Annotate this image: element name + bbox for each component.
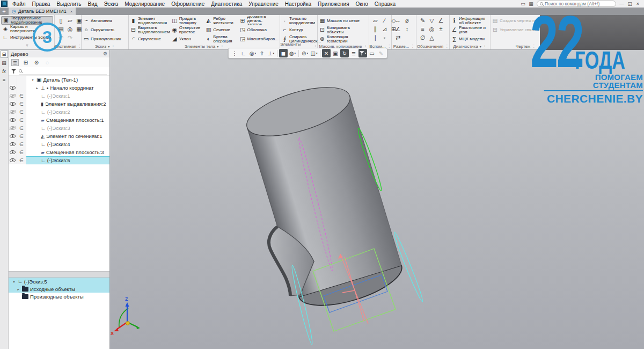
- group-expand-icon[interactable]: ⋮: [78, 44, 82, 48]
- distance-and-angle-button[interactable]: ∠Расстояние и угол: [451, 25, 489, 34]
- group-dropdown-icon[interactable]: ▾: [108, 45, 109, 48]
- tree-item[interactable]: ∈∟(-)Эскиз:2: [9, 108, 109, 116]
- shell-button[interactable]: ◳Оболочка: [239, 25, 279, 34]
- eye-icon[interactable]: [10, 86, 16, 90]
- variables-panel-icon[interactable]: fx: [1, 68, 8, 75]
- menu-item[interactable]: Правка: [29, 1, 54, 7]
- expander-icon[interactable]: ▾: [12, 280, 16, 283]
- layers-view-icon[interactable]: ≣: [349, 49, 358, 57]
- preview-icon[interactable]: ◎: [66, 25, 74, 33]
- toolbar-grip[interactable]: ⋮: [230, 49, 239, 57]
- menu-item[interactable]: Справка: [371, 1, 399, 7]
- geometry-collection-button[interactable]: ⊛Коллекция геометрии: [319, 34, 368, 43]
- datum-icon[interactable]: ▽: [428, 16, 436, 25]
- tree-structure-icon[interactable]: ≣: [11, 59, 19, 66]
- aux-angle-icon[interactable]: ⊿: [380, 25, 389, 33]
- group-dropdown-icon[interactable]: ▾: [217, 45, 218, 48]
- aux-segment-icon[interactable]: ∣: [371, 33, 379, 42]
- sketch-panel-header[interactable]: ▾∟(-)Эскиз:5: [9, 278, 109, 285]
- cylinder-body[interactable]: [241, 77, 407, 315]
- pencil-icon[interactable]: ✎: [377, 49, 385, 57]
- menu-item[interactable]: Файл: [9, 1, 29, 7]
- section-button[interactable]: ▥Сечение: [205, 25, 238, 34]
- menu-item[interactable]: Оформление: [168, 1, 208, 7]
- group-expand-icon[interactable]: ⋮: [445, 44, 449, 48]
- shaded-view-icon[interactable]: ◼: [279, 49, 288, 57]
- target-icon[interactable]: ◎: [428, 25, 436, 33]
- open-icon[interactable]: ▱: [66, 16, 74, 25]
- tab-close-icon[interactable]: ×: [70, 9, 73, 14]
- display-mode-icon[interactable]: ◍▾: [288, 49, 297, 57]
- expander-icon[interactable]: ▸: [35, 86, 39, 90]
- tree-item[interactable]: ∈∟(-)Эскиз:4: [9, 140, 109, 148]
- objects-row[interactable]: Производные объекты: [9, 293, 109, 300]
- coordinate-axes-icon[interactable]: ⊥▾: [267, 49, 275, 57]
- menu-item[interactable]: Моделирование: [121, 1, 168, 7]
- fillet-button[interactable]: ◜Скругление: [130, 34, 170, 43]
- sketch-mode-icon[interactable]: ∟: [239, 49, 248, 57]
- point-by-coordinates-button[interactable]: ∙Точка по координатам: [281, 16, 321, 25]
- gear-icon[interactable]: ⚙: [103, 51, 107, 56]
- tree-panel-icon[interactable]: ⊟: [1, 50, 8, 58]
- autoline-button[interactable]: ~Автолиния: [83, 16, 127, 25]
- empty-set-icon[interactable]: ∅: [419, 33, 427, 42]
- parameters-panel-icon[interactable]: ▤: [1, 59, 8, 67]
- cut-extrude-button[interactable]: ⊟Вырезать выдавливанием: [130, 25, 170, 34]
- group-expand-icon[interactable]: ⋮: [483, 45, 487, 49]
- new-document-icon[interactable]: ▯: [57, 16, 65, 25]
- redo-icon[interactable]: ↷: [66, 33, 74, 42]
- object-info-button[interactable]: ℹИнформация об объекте: [451, 16, 489, 25]
- dim-angle-icon[interactable]: ∠: [394, 25, 402, 33]
- eye-off-icon[interactable]: [10, 126, 16, 130]
- dim-chain-icon[interactable]: ⇄: [394, 33, 402, 42]
- eye-icon[interactable]: [10, 134, 16, 138]
- note-icon[interactable]: ✎: [419, 16, 427, 25]
- aux-plane-icon[interactable]: ▱: [371, 16, 379, 25]
- tree-relations-icon[interactable]: ⊛: [33, 60, 40, 66]
- box-mode-icon[interactable]: ▣: [331, 49, 340, 57]
- zoom-icon[interactable]: ◎▾: [248, 49, 257, 57]
- minimize-icon[interactable]: —: [618, 1, 626, 6]
- tree-item[interactable]: ∈▰Смещенная плоскость:1: [9, 116, 109, 124]
- app-icon[interactable]: [1, 1, 8, 7]
- restore-icon[interactable]: ◱: [626, 1, 634, 6]
- window-layout-icon[interactable]: ▭: [519, 1, 527, 6]
- expander-icon[interactable]: ▾: [31, 78, 35, 82]
- tree-item[interactable]: ∈∟(-)Эскиз:3: [9, 124, 109, 132]
- menu-item[interactable]: Приложения: [314, 1, 353, 7]
- orientation-icon[interactable]: ⇧: [258, 49, 266, 57]
- eye-off-icon[interactable]: [10, 110, 16, 114]
- angle-note-icon[interactable]: ∠: [437, 16, 445, 25]
- group-expand-icon[interactable]: ⋮: [111, 45, 115, 49]
- extrude-button[interactable]: ▮Элемент выдавливания: [130, 16, 170, 25]
- aux-parallel-icon[interactable]: ∥: [371, 25, 379, 33]
- tolerance-icon[interactable]: ±: [437, 25, 445, 33]
- eye-icon[interactable]: [10, 102, 16, 106]
- tree-item[interactable]: ∈∟(-)Эскиз:5: [9, 156, 109, 164]
- tree-sequence-icon[interactable]: ⊞: [22, 60, 30, 66]
- dim-diameter-icon[interactable]: ⌀: [403, 16, 411, 25]
- expander-icon[interactable]: ▸: [16, 287, 20, 291]
- thicken-button[interactable]: ◫Придать толщину: [171, 16, 204, 25]
- eye-icon[interactable]: [10, 118, 16, 122]
- group-expand-icon[interactable]: ⋮: [411, 44, 414, 48]
- tree-item[interactable]: ∈▮Элемент выдавливания:2: [9, 100, 109, 108]
- eye-icon[interactable]: [10, 150, 16, 154]
- copy-objects-button[interactable]: ⊡Копировать объекты: [319, 25, 368, 34]
- scale-button[interactable]: ◲Масштабиров...: [239, 34, 279, 43]
- aux-axis-icon[interactable]: ∕: [380, 16, 389, 25]
- tree-item[interactable]: ∈▰Смещенная плоскость:3: [9, 148, 109, 156]
- close-icon[interactable]: ×: [634, 1, 642, 6]
- rebuild-icon[interactable]: ↻: [340, 49, 349, 57]
- filter-icon[interactable]: [11, 69, 16, 74]
- clipping-icon[interactable]: ◫▾: [310, 49, 318, 57]
- orientation-triad[interactable]: Z X: [111, 296, 140, 336]
- draft-button[interactable]: ◢Уклон: [171, 34, 204, 43]
- tree-item[interactable]: ▾▣Деталь (Тел-1): [9, 76, 109, 84]
- tree-search-input[interactable]: [19, 68, 107, 75]
- menu-item[interactable]: Управление: [245, 1, 282, 7]
- dim-vertical-icon[interactable]: ↕: [403, 25, 411, 33]
- move-measure-icon[interactable]: ✕: [322, 49, 331, 57]
- filter-icon[interactable]: ▾: [358, 49, 367, 57]
- aux-dot-icon[interactable]: ◦: [380, 33, 389, 42]
